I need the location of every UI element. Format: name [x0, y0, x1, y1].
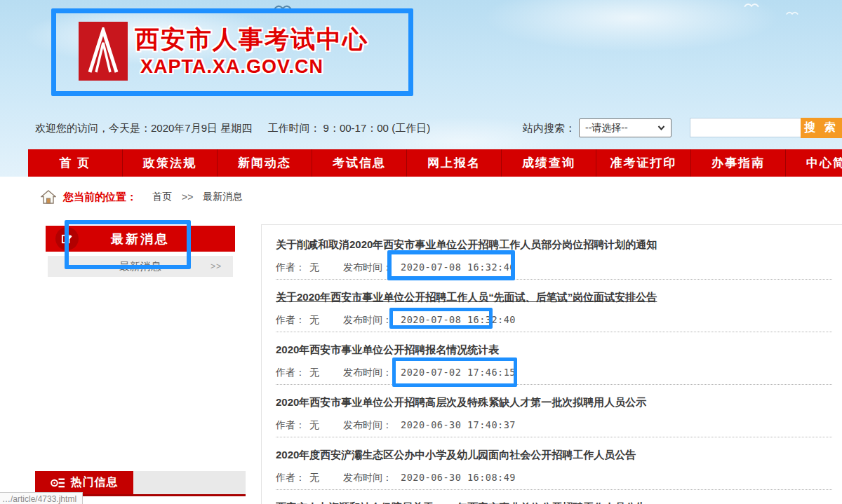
site-domain: XAPTA.XA.GOV.CN: [140, 56, 323, 78]
nav-item-news[interactable]: 新闻动态: [218, 149, 312, 177]
bird-icon: [786, 10, 798, 16]
publish-time-value: 2020-07-02 17:46:15: [401, 367, 516, 378]
publish-time-label: 发布时间：: [343, 367, 392, 378]
news-list-item: 关于削减和取消2020年西安市事业单位公开招聘工作人员部分岗位招聘计划的通知 作…: [276, 225, 832, 280]
author-label: 作者：: [276, 420, 305, 430]
search-category-value: --请选择--: [585, 122, 657, 135]
nav-item-policies[interactable]: 政策法规: [123, 149, 218, 177]
publish-time-label: 发布时间：: [343, 262, 392, 273]
news-item-title-link[interactable]: 2020年西安市事业单位公开招聘高层次及特殊紧缺人才第一批次拟聘用人员公示: [276, 395, 832, 409]
double-arrow-icon: >>: [210, 261, 222, 271]
publish-time-label: 发布时间：: [343, 315, 392, 325]
sidebar-item-label: 最新消息: [119, 260, 161, 273]
nav-item-center-intro[interactable]: 中心简介: [786, 149, 842, 177]
news-item-meta: 作者：无发布时间：2020-07-08 16:32:40: [276, 313, 832, 327]
author-label: 作者：: [276, 315, 305, 325]
breadcrumb-label: 您当前的位置：: [63, 191, 137, 204]
sidebar-hot-news-header[interactable]: 热门信息: [35, 471, 133, 494]
news-item-meta: 作者：无发布时间：2020-07-02 17:46:15: [276, 366, 832, 379]
author-value: 无: [309, 420, 319, 430]
publish-time-value: 2020-07-08 16:32:40: [401, 314, 516, 325]
news-list-item: 2020年西安市事业单位公开招聘高层次及特殊紧缺人才第一批次拟聘用人员公示 作者…: [276, 385, 832, 437]
main-nav: 首 页政策法规新闻动态考试信息网上报名成绩查询准考证打印办事指南中心简介: [28, 149, 842, 177]
welcome-text: 欢迎您的访问，今天是：2020年7月9日 星期四 工作时间： 9：00-17：0…: [35, 122, 430, 135]
sidebar-latest-news-header[interactable]: 最新消息: [46, 226, 235, 252]
hot-header-filler: [133, 471, 246, 494]
news-list-item: 西安市人力资源和社会保障局关于2020年西安市事业单位公开招聘工作人员公告: [276, 490, 832, 504]
bird-icon: [744, 1, 759, 8]
publish-time-value: 2020-07-08 16:32:46: [401, 261, 516, 273]
breadcrumb-current[interactable]: 最新消息: [203, 191, 242, 203]
author-value: 无: [309, 472, 319, 483]
breadcrumb-separator: >>: [182, 191, 193, 203]
news-item-title-link[interactable]: 西安市人力资源和社会保障局关于2020年西安市事业单位公开招聘工作人员公告: [276, 500, 832, 504]
status-url-tooltip: …/article/4733.jhtml: [0, 492, 83, 504]
newspaper-icon: [51, 477, 66, 489]
author-value: 无: [309, 262, 319, 273]
news-item-title-link[interactable]: 2020年西安市事业单位公开招聘报名情况统计表: [276, 343, 832, 357]
work-hours-text: 工作时间： 9：00-17：00 (工作日): [267, 122, 430, 134]
breadcrumb-home-link[interactable]: 首页: [152, 191, 172, 203]
edit-note-icon: [55, 227, 79, 250]
annotation-box-logo: 西安市人事考试中心 XAPTA.XA.GOV.CN: [51, 8, 413, 96]
sidebar-item-latest-news[interactable]: 最新消息 >>: [48, 256, 233, 277]
publish-time-value: 2020-06-30 16:08:49: [401, 472, 516, 483]
nav-item-home[interactable]: 首 页: [28, 149, 123, 177]
search-input[interactable]: [690, 118, 803, 137]
sidebar: 最新消息 最新消息 >> 热门信息: [35, 226, 246, 504]
news-item-meta: 作者：无发布时间：2020-07-08 16:32:46: [276, 261, 832, 274]
info-bar: 欢迎您的访问，今天是：2020年7月9日 星期四 工作时间： 9：00-17：0…: [0, 118, 842, 140]
nav-item-ticket-print[interactable]: 准考证打印: [596, 149, 691, 177]
site-search-label: 站内搜索：: [523, 122, 575, 135]
publish-time-label: 发布时间：: [343, 420, 392, 430]
author-label: 作者：: [276, 367, 305, 378]
news-item-title-link[interactable]: 关于2020年西安市事业单位公开招聘工作人员“先面试、后笔试”岗位面试安排公告: [276, 290, 832, 304]
site-title[interactable]: 西安市人事考试中心: [135, 23, 368, 56]
publish-time-value: 2020-06-30 17:40:37: [401, 419, 516, 430]
home-icon: [41, 190, 56, 204]
author-value: 无: [309, 315, 319, 325]
nav-item-online-registration[interactable]: 网上报名: [407, 149, 502, 177]
chevron-down-icon: [657, 125, 665, 130]
publish-time-label: 发布时间：: [343, 472, 392, 483]
nav-item-score-query[interactable]: 成绩查询: [502, 149, 596, 177]
breadcrumb: 您当前的位置： 首页 >> 最新消息: [0, 177, 842, 217]
news-item-title-link[interactable]: 关于削减和取消2020年西安市事业单位公开招聘工作人员部分岗位招聘计划的通知: [276, 238, 832, 252]
site-logo[interactable]: [79, 22, 128, 81]
logo-a-icon: [84, 27, 122, 75]
nav-item-service-guide[interactable]: 办事指南: [691, 149, 786, 177]
author-label: 作者：: [276, 262, 305, 273]
news-list-item: 2020年度西安浐灞生态区公办中小学及幼儿园面向社会公开招聘工作人员公告 作者：…: [276, 437, 832, 490]
search-category-select[interactable]: --请选择--: [579, 118, 671, 137]
nav-item-exam-info[interactable]: 考试信息: [312, 149, 407, 177]
sidebar-latest-news-title: 最新消息: [111, 231, 170, 247]
author-value: 无: [309, 367, 319, 378]
search-button[interactable]: 搜 索: [801, 118, 842, 138]
news-list-item: 2020年西安市事业单位公开招聘报名情况统计表 作者：无发布时间：2020-07…: [276, 332, 832, 385]
news-list-item: 关于2020年西安市事业单位公开招聘工作人员“先面试、后笔试”岗位面试安排公告 …: [276, 280, 832, 332]
news-item-meta: 作者：无发布时间：2020-06-30 17:40:37: [276, 418, 832, 432]
news-item-meta: 作者：无发布时间：2020-06-30 16:08:49: [276, 471, 832, 484]
news-item-title-link[interactable]: 2020年度西安浐灞生态区公办中小学及幼儿园面向社会公开招聘工作人员公告: [276, 448, 832, 462]
news-list: 关于削减和取消2020年西安市事业单位公开招聘工作人员部分岗位招聘计划的通知 作…: [261, 224, 842, 504]
sidebar-hot-news-title: 热门信息: [71, 475, 119, 490]
author-label: 作者：: [276, 472, 305, 483]
